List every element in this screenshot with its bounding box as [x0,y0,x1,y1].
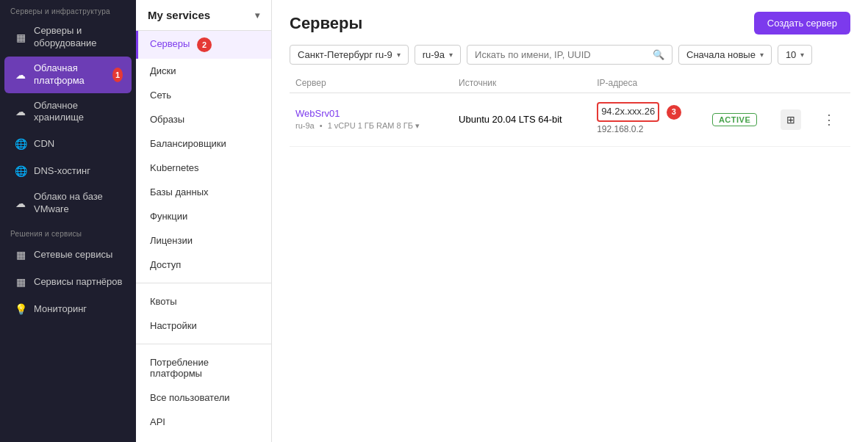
server-ram: 1 ГБ RAM [358,121,395,130]
submenu-item-settings[interactable]: Настройки [136,314,271,338]
region-filter[interactable]: Санкт-Петербург ru-9 ▾ [290,45,409,65]
console-button[interactable]: ⊞ [781,109,801,130]
sidebar-item-cloud-storage[interactable]: ☁ Облачное хранилище [4,94,132,131]
annotation-badge-1: 1 [112,68,123,82]
sidebar-item-vmware[interactable]: ☁ Облако на базе VMware [4,185,132,222]
submenu-item-label-settings: Настройки [150,320,197,331]
annotation-badge-2: 2 [197,37,212,52]
servers-table: Сервер Источник IP-адреса WebSrv01 ru-9a… [290,73,850,147]
submenu-chevron-icon: ▾ [255,10,259,21]
submenu-item-label-balancers: Балансировщики [150,138,226,149]
network-services-icon: ▦ [13,247,28,262]
server-ip-secondary: 192.168.0.2 [597,124,643,134]
region-filter-label: Санкт-Петербург ru-9 [298,49,392,60]
more-options-button[interactable]: ⋮ [819,110,839,129]
perpage-chevron-icon: ▾ [800,51,804,59]
submenu-item-functions[interactable]: Функции [136,204,271,228]
submenu-item-kubernetes[interactable]: Kubernetes [136,156,271,180]
annotation-badge-3: 3 [667,105,681,120]
sidebar-section-solutions: Решения и сервисы ▦ Сетевые сервисы ▦ Се… [0,222,136,323]
col-more [814,73,850,93]
search-box: 🔍 [467,45,672,65]
submenu-item-balancers[interactable]: Балансировщики [136,131,271,156]
cdn-icon: 🌐 [13,137,28,151]
submenu-item-licenses[interactable]: Лицензии [136,228,271,253]
perpage-filter-label: 10 [786,49,796,60]
submenu-item-label-images: Образы [150,114,184,125]
server-region: ru-9a [295,121,315,130]
submenu-item-users[interactable]: Все пользователи [136,385,271,410]
submenu-item-databases[interactable]: Базы данных [136,180,271,204]
zone-filter[interactable]: ru-9a ▾ [415,45,461,65]
col-source: Источник [453,73,591,93]
submenu-item-label-api: API [150,416,165,427]
sidebar: Серверы и инфраструктура ▦ Серверы и обо… [0,0,136,442]
sidebar-item-label-monitoring: Мониторинг [34,303,87,316]
table-wrapper: Сервер Источник IP-адреса WebSrv01 ru-9a… [272,73,868,442]
submenu-item-label-access: Доступ [150,259,181,270]
table-row: WebSrv01 ru-9a • 1 vCPU 1 ГБ RAM 8 ГБ ▾ … [290,93,850,147]
zone-chevron-icon: ▾ [449,51,453,59]
sidebar-item-label-partner-services: Сервисы партнёров [34,276,122,289]
server-disk: 8 ГБ [397,121,413,130]
submenu-item-images[interactable]: Образы [136,107,271,131]
server-more-cell: ⋮ [814,93,850,147]
server-status-cell: ACTIVE [706,93,775,147]
submenu-item-label-network: Сеть [150,90,171,101]
sidebar-item-network-services[interactable]: ▦ Сетевые сервисы [4,242,132,268]
server-cpu: 1 vCPU [328,121,356,130]
col-ip: IP-адреса [591,73,706,93]
create-server-button[interactable]: Создать сервер [754,12,850,35]
server-meta-chevron-icon[interactable]: ▾ [415,121,420,130]
zone-filter-label: ru-9a [423,49,445,60]
sidebar-item-cdn[interactable]: 🌐 CDN [4,131,132,157]
sidebar-item-label-cloud-storage: Облачное хранилище [34,100,123,125]
sidebar-item-cloud-platform[interactable]: ☁ Облачная платформа 1 [4,57,132,93]
submenu-item-quotas[interactable]: Квоты [136,289,271,314]
sidebar-item-partner-services[interactable]: ▦ Сервисы партнёров [4,269,132,295]
col-actions [775,73,814,93]
sort-chevron-icon: ▾ [760,51,764,59]
sidebar-section-label-infra: Серверы и инфраструктура [0,0,136,18]
action-buttons: ⊞ [781,109,808,130]
search-icon: 🔍 [653,49,664,60]
submenu-title: My services [148,9,210,21]
sidebar-item-label-dns-hosting: DNS-хостинг [34,165,90,178]
perpage-filter[interactable]: 10 ▾ [778,45,812,65]
submenu-item-label-functions: Функции [150,211,187,222]
submenu-item-disks[interactable]: Диски [136,59,271,83]
sidebar-item-dns-hosting[interactable]: 🌐 DNS-хостинг [4,158,132,184]
submenu-item-servers[interactable]: Серверы 2 [136,31,271,59]
submenu-item-api[interactable]: API [136,410,271,434]
sidebar-section-infra: Серверы и инфраструктура ▦ Серверы и обо… [0,0,136,222]
server-name-cell: WebSrv01 ru-9a • 1 vCPU 1 ГБ RAM 8 ГБ ▾ [290,93,453,147]
sort-filter[interactable]: Сначала новые ▾ [678,45,772,65]
submenu-item-network[interactable]: Сеть [136,83,271,107]
sidebar-section-label-solutions: Решения и сервисы [0,222,136,241]
vmware-icon: ☁ [13,196,28,211]
server-name-link[interactable]: WebSrv01 [295,108,447,119]
page-title: Серверы [290,14,362,33]
sidebar-item-label-cloud-platform: Облачная платформа [34,62,102,87]
region-chevron-icon: ▾ [397,51,401,59]
submenu-header[interactable]: My services ▾ [136,0,271,31]
sidebar-item-label-vmware: Облако на базе VMware [34,191,123,216]
submenu-item-access[interactable]: Доступ [136,253,271,277]
search-input[interactable] [475,49,648,60]
submenu-item-label-disks: Диски [150,65,176,76]
submenu-item-label-consumption: Потребление платформы [150,357,209,379]
server-ip: 94.2x.xxx.26 3 192.168.0.2 [597,102,700,137]
sidebar-item-label-cdn: CDN [34,138,54,151]
server-source: Ubuntu 20.04 LTS 64-bit [459,114,562,125]
submenu-item-consumption[interactable]: Потребление платформы [136,350,271,385]
sidebar-item-servers-hardware[interactable]: ▦ Серверы и оборудование [4,19,132,56]
sidebar-item-monitoring[interactable]: 💡 Мониторинг [4,296,132,322]
submenu-item-label-quotas: Квоты [150,296,177,307]
submenu-divider-2 [136,344,271,344]
main-content: Серверы Создать сервер Санкт-Петербург r… [272,0,868,442]
cloud-platform-icon: ☁ [13,68,28,82]
servers-hardware-icon: ▦ [13,30,28,45]
partner-services-icon: ▦ [13,275,28,289]
cloud-storage-icon: ☁ [13,104,28,119]
server-ip-cell: 94.2x.xxx.26 3 192.168.0.2 [591,93,706,147]
